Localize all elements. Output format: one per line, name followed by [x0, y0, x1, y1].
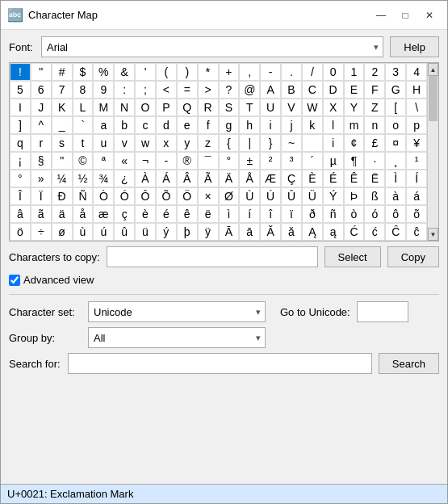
char-cell[interactable]: k [302, 116, 323, 134]
char-cell[interactable]: ú [93, 223, 114, 241]
char-cell[interactable]: * [198, 63, 219, 81]
char-cell[interactable]: ï [281, 205, 302, 223]
char-cell[interactable]: 2 [364, 63, 385, 81]
char-cell[interactable]: ¸ [385, 152, 406, 170]
char-cell[interactable]: © [73, 152, 94, 170]
char-cell[interactable]: Ĉ [385, 223, 406, 241]
char-cell[interactable]: Ö [177, 187, 198, 205]
char-cell[interactable]: _ [52, 116, 73, 134]
char-cell[interactable]: Ü [302, 187, 323, 205]
char-cell[interactable]: ^ [31, 116, 52, 134]
char-cell[interactable]: 0 [323, 63, 344, 81]
char-cell[interactable]: Û [281, 187, 302, 205]
char-cell[interactable]: Ć [344, 223, 365, 241]
char-cell[interactable]: ´ [302, 152, 323, 170]
char-cell[interactable]: Ă [260, 223, 281, 241]
scroll-up-arrow[interactable]: ▲ [428, 63, 438, 76]
char-cell[interactable]: . [281, 63, 302, 81]
char-cell[interactable]: T [239, 99, 260, 116]
char-cell[interactable]: í [239, 205, 260, 223]
char-cell[interactable]: B [281, 81, 302, 99]
char-cell[interactable]: i [323, 134, 344, 152]
char-cell[interactable]: § [31, 152, 52, 170]
minimize-button[interactable]: — [370, 6, 392, 25]
font-select[interactable]: Arial Times New Roman Courier New Verdan… [41, 36, 383, 57]
char-cell[interactable]: 3 [385, 63, 406, 81]
char-cell[interactable]: P [156, 99, 177, 116]
char-cell[interactable]: ² [260, 152, 281, 170]
char-cell[interactable]: b [114, 116, 135, 134]
char-cell[interactable]: 8 [73, 81, 94, 99]
char-cell[interactable]: X [323, 99, 344, 116]
char-cell[interactable]: % [93, 63, 114, 81]
char-cell[interactable]: j [281, 116, 302, 134]
char-cell[interactable]: Ï [31, 187, 52, 205]
char-cell[interactable]: ¶ [344, 152, 365, 170]
char-cell[interactable]: · [364, 152, 385, 170]
char-cell[interactable]: µ [323, 152, 344, 170]
char-cell[interactable]: S [219, 99, 240, 116]
char-cell[interactable]: ì [219, 205, 240, 223]
char-cell[interactable]: × [198, 187, 219, 205]
char-cell[interactable]: Ú [260, 187, 281, 205]
char-cell[interactable]: y [177, 134, 198, 152]
char-cell[interactable]: i [260, 116, 281, 134]
char-cell[interactable]: O [135, 99, 156, 116]
char-cell[interactable]: ¾ [93, 170, 114, 187]
char-cell[interactable]: u [93, 134, 114, 152]
char-cell[interactable]: e [177, 116, 198, 134]
char-cell[interactable]: ê [177, 205, 198, 223]
char-cell[interactable]: Ñ [73, 187, 94, 205]
char-cell[interactable]: ' [135, 63, 156, 81]
char-cell[interactable]: - [260, 63, 281, 81]
char-cell[interactable]: « [114, 152, 135, 170]
char-cell[interactable]: ç [114, 205, 135, 223]
char-cell[interactable]: Î [10, 187, 31, 205]
char-cell[interactable]: æ [93, 205, 114, 223]
char-cell[interactable]: g [219, 116, 240, 134]
char-cell[interactable]: ĉ [406, 223, 427, 241]
char-cell[interactable]: I [10, 99, 31, 116]
char-cell[interactable]: Æ [260, 170, 281, 187]
char-cell[interactable]: 9 [93, 81, 114, 99]
char-cell[interactable]: d [156, 116, 177, 134]
char-cell[interactable]: ß [364, 187, 385, 205]
char-cell[interactable]: õ [406, 205, 427, 223]
char-cell[interactable]: > [198, 81, 219, 99]
char-cell[interactable]: < [156, 81, 177, 99]
char-cell[interactable]: É [323, 170, 344, 187]
char-cell[interactable]: ¿ [114, 170, 135, 187]
char-cell[interactable]: ] [10, 116, 31, 134]
char-cell[interactable]: ¬ [135, 152, 156, 170]
maximize-button[interactable]: □ [394, 6, 417, 25]
char-cell[interactable]: h [239, 116, 260, 134]
char-cell[interactable]: å [73, 205, 94, 223]
char-cell[interactable]: ÷ [31, 223, 52, 241]
char-cell[interactable]: f [198, 116, 219, 134]
char-cell[interactable]: Þ [344, 187, 365, 205]
char-cell[interactable]: V [281, 99, 302, 116]
char-cell[interactable]: þ [177, 223, 198, 241]
char-cell[interactable]: î [260, 205, 281, 223]
char-cell[interactable]: 4 [406, 63, 427, 81]
char-cell[interactable] [302, 134, 323, 152]
char-cell[interactable]: ³ [281, 152, 302, 170]
char-cell[interactable]: ¡ [10, 152, 31, 170]
char-cell[interactable]: # [52, 63, 73, 81]
char-cell[interactable]: ă [281, 223, 302, 241]
char-cell[interactable]: ð [302, 205, 323, 223]
char-cell[interactable]: s [52, 134, 73, 152]
char-cell[interactable]: 5 [10, 81, 31, 99]
char-cell[interactable]: : [114, 81, 135, 99]
char-cell[interactable]: ¤ [385, 134, 406, 152]
char-cell[interactable]: Ç [281, 170, 302, 187]
char-cell[interactable]: ½ [73, 170, 94, 187]
char-cell[interactable]: | [239, 134, 260, 152]
char-cell[interactable]: l [323, 116, 344, 134]
char-cell[interactable]: ā [239, 223, 260, 241]
char-cell[interactable]: Ð [52, 187, 73, 205]
char-cell[interactable]: D [323, 81, 344, 99]
scrollbar-handle[interactable] [429, 76, 438, 121]
goto-unicode-input[interactable] [357, 301, 408, 322]
char-cell[interactable]: [ [385, 99, 406, 116]
